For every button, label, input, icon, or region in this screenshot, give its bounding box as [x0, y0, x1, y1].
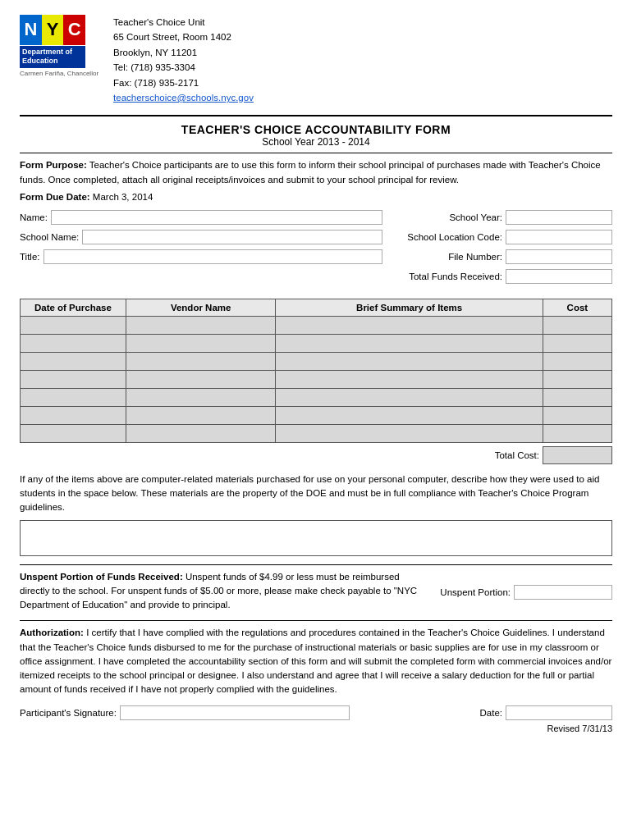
table-cell-col-vendor [126, 334, 276, 352]
purpose-label: Form Purpose: [20, 160, 87, 170]
unspent-section: Unspent Portion of Funds Received: Unspe… [20, 570, 612, 613]
cell-input[interactable] [543, 335, 611, 352]
table-cell-col-vendor [126, 406, 276, 424]
school-year-input[interactable] [506, 210, 612, 225]
tel: Tel: (718) 935-3304 [113, 60, 254, 75]
school-year-row: School Year: [399, 210, 612, 225]
sub-title: School Year 2013 - 2014 [20, 136, 612, 148]
total-cost-row: Total Cost: [20, 446, 612, 464]
cell-input[interactable] [276, 425, 542, 442]
logo-n: N [20, 15, 42, 45]
fields-section: Name: School Name: Title: School Year: S… [20, 210, 612, 289]
auth-divider [20, 620, 612, 621]
col-header-vendor: Vendor Name [126, 299, 276, 316]
due-date-label: Form Due Date: [20, 192, 90, 202]
cell-input[interactable] [21, 389, 126, 406]
org-name: Teacher's Choice Unit [113, 15, 254, 30]
email-link[interactable]: teacherschoice@schools.nyc.gov [113, 90, 254, 105]
total-cost-input[interactable] [543, 446, 612, 464]
table-cell-col-vendor [126, 352, 276, 370]
cell-input[interactable] [543, 371, 611, 388]
unspent-input[interactable] [514, 585, 612, 600]
col-header-summary: Brief Summary of Items [276, 299, 543, 316]
cell-input[interactable] [276, 353, 542, 370]
table-cell-col-summary [276, 406, 543, 424]
total-funds-input[interactable] [506, 269, 612, 284]
cell-input[interactable] [276, 389, 542, 406]
cell-input[interactable] [21, 317, 126, 334]
form-due-date: Form Due Date: March 3, 2014 [20, 192, 612, 202]
computer-textarea[interactable] [20, 520, 612, 556]
cell-input[interactable] [276, 317, 542, 334]
date-input[interactable] [506, 705, 612, 720]
cell-input[interactable] [543, 425, 611, 442]
participant-label: Participant's Signature: [20, 708, 117, 718]
cell-input[interactable] [21, 353, 126, 370]
cell-input[interactable] [126, 407, 276, 424]
cell-input[interactable] [21, 371, 126, 388]
table-cell-col-cost [543, 352, 611, 370]
table-cell-col-cost [543, 334, 611, 352]
table-cell-col-summary [276, 370, 543, 388]
form-purpose: Form Purpose: Teacher's Choice participa… [20, 158, 612, 187]
cell-input[interactable] [276, 407, 542, 424]
main-title: TEACHER'S CHOICE ACCOUNTABILITY FORM [20, 123, 612, 136]
name-input[interactable] [51, 210, 382, 225]
cell-input[interactable] [543, 317, 611, 334]
unspent-field-label: Unspent Portion: [440, 587, 511, 597]
cell-input[interactable] [21, 407, 126, 424]
table-cell-col-date [21, 352, 126, 370]
table-cell-col-vendor [126, 424, 276, 442]
auth-text: I certify that I have complied with the … [20, 628, 611, 694]
cell-input[interactable] [543, 407, 611, 424]
total-funds-label: Total Funds Received: [409, 272, 502, 281]
unspent-right: Unspent Portion: [440, 585, 612, 600]
authorization: Authorization: I certify that I have com… [20, 626, 612, 696]
table-cell-col-date [21, 316, 126, 334]
table-cell-col-cost [543, 406, 611, 424]
cell-input[interactable] [276, 335, 542, 352]
cell-input[interactable] [543, 353, 611, 370]
table-cell-col-vendor [126, 316, 276, 334]
cell-input[interactable] [126, 353, 276, 370]
nyc-logo: N Y C Department of Education [20, 15, 85, 68]
cell-input[interactable] [126, 425, 276, 442]
cell-input[interactable] [21, 335, 126, 352]
sig-left: Participant's Signature: [20, 705, 350, 720]
table-row [21, 352, 612, 370]
school-name-input[interactable] [82, 230, 382, 244]
table-cell-col-date [21, 424, 126, 442]
logo-c: C [63, 15, 85, 45]
file-number-row: File Number: [399, 249, 612, 264]
col-header-cost: Cost [543, 299, 611, 316]
title-row: Title: [20, 249, 382, 264]
cell-input[interactable] [21, 425, 126, 442]
unspent-divider [20, 564, 612, 565]
participant-signature-input[interactable] [120, 705, 350, 720]
title-input[interactable] [44, 249, 383, 264]
logo-y: Y [42, 15, 64, 45]
unspent-label: Unspent Portion of Funds Received: [20, 572, 183, 582]
cell-input[interactable] [543, 389, 611, 406]
cell-input[interactable] [126, 389, 276, 406]
due-date-value: March 3, 2014 [93, 192, 153, 202]
auth-label: Authorization: [20, 628, 84, 637]
cell-input[interactable] [126, 335, 276, 352]
school-year-label: School Year: [449, 212, 502, 222]
cell-input[interactable] [126, 371, 276, 388]
purchase-table: Date of Purchase Vendor Name Brief Summa… [20, 299, 612, 443]
chancellor-name: Carmen Fariña, Chancellor [20, 70, 98, 77]
cell-input[interactable] [276, 371, 542, 388]
purpose-text: Teacher's Choice participants are to use… [20, 160, 601, 184]
title-section: TEACHER'S CHOICE ACCOUNTABILITY FORM Sch… [20, 123, 612, 148]
file-number-input[interactable] [506, 249, 612, 264]
table-cell-col-cost [543, 370, 611, 388]
cell-input[interactable] [126, 317, 276, 334]
unspent-text: Unspent Portion of Funds Received: Unspe… [20, 570, 440, 613]
table-cell-col-cost [543, 388, 611, 406]
location-code-input[interactable] [506, 230, 612, 244]
school-name-label: School Name: [20, 232, 79, 242]
revised-text: Revised 7/31/13 [20, 724, 612, 733]
total-cost-label: Total Cost: [495, 450, 539, 460]
table-cell-col-summary [276, 352, 543, 370]
